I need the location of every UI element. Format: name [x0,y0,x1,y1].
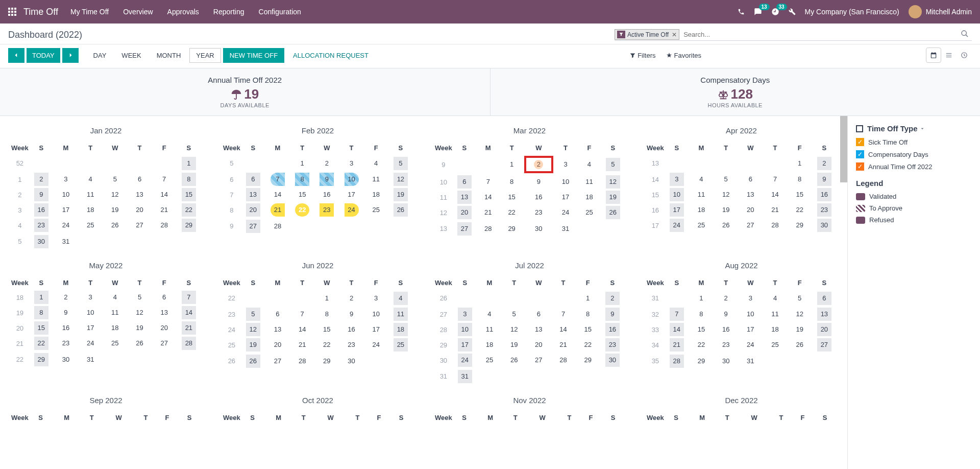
day-cell[interactable]: 15 [182,188,196,201]
day-cell[interactable] [246,291,260,304]
day-cell[interactable]: 11 [694,188,708,201]
day-cell[interactable]: 3 [458,308,472,321]
day-cell[interactable]: 31 [458,370,472,383]
type-item[interactable]: ✓Sick Time Off [856,138,972,146]
day-cell[interactable]: 14 [670,323,684,336]
day-cell[interactable]: 4 [108,291,122,304]
day-cell[interactable]: 29 [320,355,334,368]
day-cell[interactable]: 13 [457,191,472,204]
day-cell[interactable]: 14 [182,306,196,319]
day-cell[interactable]: 20 [817,323,831,336]
day-cell[interactable]: 11 [369,173,383,186]
day-cell[interactable]: 14 [271,188,285,201]
day-cell[interactable]: 9 [817,173,831,186]
day-cell[interactable]: 7 [295,308,309,321]
day-cell[interactable]: 28 [295,355,309,368]
day-cell[interactable]: 5 [394,157,408,170]
day-cell[interactable]: 15 [793,188,807,201]
day-cell[interactable]: 2 [320,157,334,170]
day-cell[interactable] [457,157,472,171]
day-cell[interactable]: 25 [768,338,782,351]
day-cell[interactable] [369,354,383,367]
filters-dropdown[interactable]: Filters [630,52,655,59]
summary-compensatory[interactable]: Compensatory Days 128 HOURS AVAILABLE [491,68,981,115]
day-cell[interactable]: 15 [295,188,309,201]
day-cell[interactable]: 11 [582,175,596,189]
calendar-view-button[interactable] [926,48,941,63]
day-cell[interactable]: 27 [133,219,147,232]
summary-annual[interactable]: Annual Time Off 2022 19 DAYS AVAILABLE [0,68,491,115]
day-cell[interactable]: 24 [369,338,383,351]
day-cell[interactable] [458,291,472,304]
day-cell[interactable] [157,156,172,169]
day-cell[interactable]: 16 [345,323,359,336]
day-cell[interactable] [108,352,122,365]
day-cell[interactable]: 21 [556,338,571,351]
day-cell[interactable]: 25 [369,203,383,217]
day-cell[interactable] [793,354,807,367]
day-cell[interactable]: 23 [59,337,73,350]
day-cell[interactable]: 12 [108,188,122,201]
nav-overview[interactable]: Overview [123,8,153,16]
day-button[interactable]: DAY [87,48,113,63]
day-cell[interactable]: 27 [817,338,831,351]
day-cell[interactable]: 24 [83,337,97,350]
day-cell[interactable]: 22 [34,337,48,350]
day-cell[interactable]: 27 [271,355,285,368]
day-cell[interactable]: 26 [507,354,521,367]
day-cell[interactable]: 3 [369,292,383,305]
day-cell[interactable]: 24 [558,206,573,219]
day-cell[interactable]: 25 [108,337,122,350]
day-cell[interactable]: 23 [605,338,620,351]
day-cell[interactable]: 2 [531,158,546,171]
day-cell[interactable]: 20 [271,338,285,351]
day-cell[interactable]: 8 [694,308,708,321]
day-cell[interactable]: 6 [817,292,831,305]
day-cell[interactable]: 19 [507,338,521,351]
day-cell[interactable]: 25 [694,219,708,232]
day-cell[interactable]: 23 [34,219,48,232]
day-cell[interactable]: 17 [743,323,757,336]
search-input[interactable] [679,29,958,40]
day-cell[interactable]: 16 [817,188,831,201]
day-cell[interactable]: 22 [793,203,807,217]
day-cell[interactable]: 1 [581,292,595,305]
day-cell[interactable]: 12 [133,306,147,319]
day-cell[interactable]: 18 [83,203,97,217]
day-cell[interactable]: 29 [694,355,708,368]
day-cell[interactable] [670,291,684,304]
day-cell[interactable]: 2 [605,292,620,305]
day-cell[interactable]: 13 [531,323,546,336]
day-cell[interactable]: 18 [482,338,497,351]
day-cell[interactable] [246,156,260,169]
day-cell[interactable]: 3 [558,158,573,171]
day-cell[interactable]: 12 [719,188,733,201]
day-cell[interactable]: 31 [83,353,97,366]
day-cell[interactable]: 17 [558,191,573,204]
activity-view-button[interactable] [957,48,972,63]
day-cell[interactable]: 16 [531,191,546,204]
year-button[interactable]: YEAR [189,48,220,63]
day-cell[interactable]: 14 [556,323,571,336]
day-cell[interactable]: 26 [108,219,122,232]
day-cell[interactable]: 4 [694,173,708,186]
day-cell[interactable]: 29 [793,219,807,232]
day-cell[interactable]: 9 [59,306,73,319]
day-cell[interactable]: 10 [743,308,757,321]
day-cell[interactable]: 21 [157,203,172,217]
day-cell[interactable]: 30 [817,219,831,232]
day-cell[interactable]: 1 [694,292,708,305]
day-cell[interactable]: 3 [670,173,684,186]
day-cell[interactable]: 16 [719,323,733,336]
day-cell[interactable]: 29 [505,222,519,236]
day-cell[interactable]: 15 [320,323,334,336]
list-view-button[interactable] [941,48,957,63]
day-cell[interactable]: 8 [505,175,519,189]
day-cell[interactable]: 20 [246,203,260,217]
day-cell[interactable]: 10 [345,173,359,186]
day-cell[interactable]: 17 [458,338,472,351]
time-off-type-heading[interactable]: Time Off Type [856,124,972,133]
day-cell[interactable]: 19 [606,191,620,204]
day-cell[interactable] [743,156,757,169]
day-cell[interactable]: 14 [481,191,495,204]
